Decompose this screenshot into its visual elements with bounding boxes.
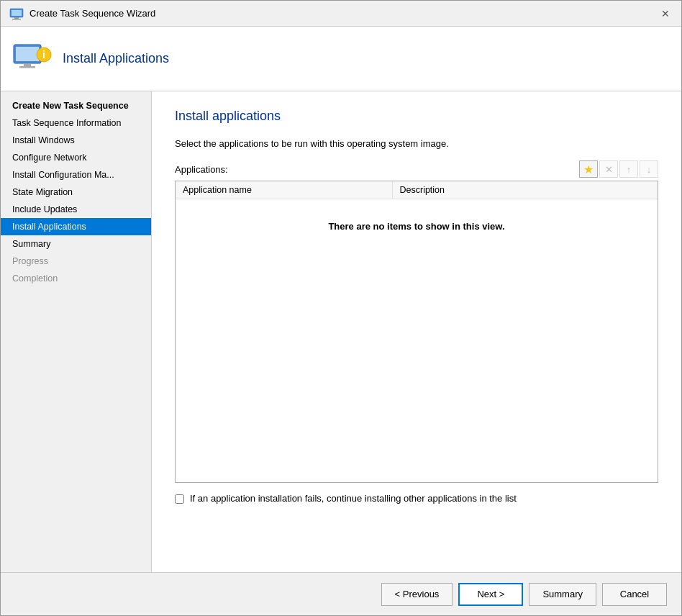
move-down-icon: ↓ [647, 164, 652, 175]
add-application-button[interactable]: ★ [579, 160, 598, 178]
sidebar-item-install-config-mgr[interactable]: Install Configuration Ma... [1, 166, 151, 184]
content-area: Create New Task Sequence Task Sequence I… [1, 91, 681, 572]
sidebar-item-configure-network[interactable]: Configure Network [1, 149, 151, 166]
star-icon: ★ [583, 163, 594, 176]
sidebar-item-include-updates[interactable]: Include Updates [1, 201, 151, 218]
svg-rect-1 [12, 10, 22, 16]
header-area: i Install Applications [1, 27, 681, 91]
col-description: Description [393, 181, 658, 199]
continue-on-failure-label: If an application installation fails, co… [190, 493, 517, 504]
list-header: Application name Description [176, 181, 658, 199]
col-app-name: Application name [176, 181, 393, 199]
wizard-window: Create Task Sequence Wizard ✕ i Install … [0, 0, 682, 616]
main-panel: Install applications Select the applicat… [152, 91, 681, 572]
svg-text:i: i [42, 49, 45, 60]
continue-on-failure-checkbox[interactable] [175, 494, 184, 504]
header-title: Install Applications [63, 51, 169, 66]
svg-rect-6 [24, 63, 31, 66]
move-up-icon: ↑ [627, 164, 632, 175]
remove-icon: ✕ [605, 164, 613, 175]
next-button[interactable]: Next > [458, 583, 523, 606]
svg-rect-5 [16, 47, 39, 61]
app-toolbar: ★ ✕ ↑ ↓ [579, 160, 658, 178]
applications-row: Applications: ★ ✕ ↑ ↓ [175, 160, 658, 178]
header-icon: i [12, 39, 53, 79]
title-bar: Create Task Sequence Wizard ✕ [1, 1, 681, 27]
sidebar-item-progress[interactable]: Progress [1, 253, 151, 270]
sidebar-item-create-new[interactable]: Create New Task Sequence [1, 97, 151, 114]
applications-label-text: Applications: [175, 164, 228, 175]
svg-rect-3 [12, 19, 21, 20]
close-button[interactable]: ✕ [658, 6, 673, 21]
sidebar-item-install-windows[interactable]: Install Windows [1, 132, 151, 149]
sidebar-item-install-applications[interactable]: Install Applications [1, 218, 151, 235]
svg-rect-7 [19, 66, 35, 68]
continue-on-failure-row: If an application installation fails, co… [175, 493, 658, 504]
sidebar-item-summary[interactable]: Summary [1, 235, 151, 253]
svg-rect-2 [14, 17, 19, 19]
cancel-button[interactable]: Cancel [602, 583, 667, 606]
footer: < Previous Next > Summary Cancel [1, 572, 681, 615]
sidebar-item-state-migration[interactable]: State Migration [1, 184, 151, 201]
title-bar-left: Create Task Sequence Wizard [9, 6, 155, 21]
summary-button[interactable]: Summary [529, 583, 596, 606]
move-up-button[interactable]: ↑ [619, 160, 638, 178]
move-down-button[interactable]: ↓ [640, 160, 658, 178]
previous-button[interactable]: < Previous [381, 583, 453, 606]
window-title: Create Task Sequence Wizard [29, 8, 155, 19]
application-list: Application name Description There are n… [175, 181, 658, 483]
main-title: Install applications [175, 109, 658, 124]
empty-message: There are no items to show in this view. [176, 199, 658, 253]
description-text: Select the applications to be run with t… [175, 138, 658, 149]
sidebar-item-completion[interactable]: Completion [1, 270, 151, 287]
sidebar-item-task-sequence-info[interactable]: Task Sequence Information [1, 114, 151, 132]
window-icon [9, 6, 24, 21]
sidebar: Create New Task Sequence Task Sequence I… [1, 91, 152, 572]
remove-application-button[interactable]: ✕ [599, 160, 618, 178]
